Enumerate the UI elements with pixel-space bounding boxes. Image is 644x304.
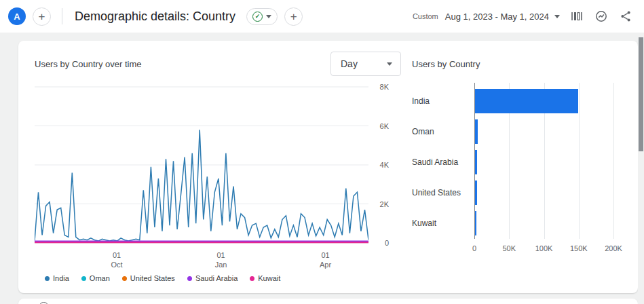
bar-x-axis-tick: 100K <box>532 244 556 252</box>
bar-gridline <box>579 83 580 239</box>
x-axis-tick: 01Jan <box>206 250 236 269</box>
scrollbar-thumb[interactable] <box>639 37 643 151</box>
bar-category-label: Kuwait <box>412 208 470 238</box>
bar-oman[interactable] <box>475 119 478 144</box>
bar-x-axis-tick: 200K <box>601 244 626 252</box>
date-range-type-label: Custom <box>413 12 438 20</box>
x-axis: 01Oct01Jan01Apr <box>35 250 368 271</box>
date-range-label: Aug 1, 2023 - May 1, 2024 <box>445 12 549 22</box>
legend-item-kuwait[interactable]: Kuwait <box>250 274 280 282</box>
report-content: Users by Country over time Day 02K4K6K8K… <box>0 33 638 304</box>
line-chart-title: Users by Country over time <box>35 59 142 69</box>
bar-category-label: India <box>412 86 470 116</box>
legend-item-oman[interactable]: Oman <box>81 274 110 282</box>
legend-item-united-states[interactable]: United States <box>122 274 175 282</box>
legend-label: Oman <box>90 274 110 282</box>
legend-label: Kuwait <box>258 274 280 282</box>
bar-category-label: United States <box>412 177 470 208</box>
chevron-down-icon <box>266 15 271 18</box>
line-chart-legend: IndiaOmanUnited StatesSaudi ArabiaKuwait <box>35 274 401 282</box>
users-over-time-line-chart[interactable]: 02K4K6K8K 01Oct01Jan01Apr <box>35 81 401 271</box>
y-axis-tick: 6K <box>373 122 389 130</box>
bar-chart-title: Users by Country <box>412 50 622 77</box>
add-comparison-button[interactable]: + <box>33 7 51 26</box>
line-chart-section: Users by Country over time Day 02K4K6K8K… <box>35 50 401 286</box>
users-by-country-card: Users by Country over time Day 02K4K6K8K… <box>18 41 638 293</box>
bar-kuwait[interactable] <box>475 211 476 235</box>
legend-dot <box>122 276 127 281</box>
legend-label: Saudi Arabia <box>195 274 238 282</box>
check-icon: ✓ <box>252 12 263 22</box>
avatar[interactable]: A <box>8 7 26 25</box>
x-axis-tick: 01Apr <box>311 250 341 269</box>
y-axis-tick: 2K <box>373 200 389 208</box>
granularity-select[interactable]: Day <box>330 52 401 76</box>
bar-x-axis-tick: 50K <box>497 244 521 252</box>
x-axis-tick: 01Oct <box>102 250 132 269</box>
share-icon[interactable] <box>618 9 633 24</box>
add-button[interactable]: + <box>284 7 303 26</box>
users-by-country-bar-chart[interactable]: 050K100K150K200KIndiaOmanSaudi ArabiaUni… <box>412 80 622 263</box>
bar-category-label: Saudi Arabia <box>412 147 470 177</box>
bar-united-states[interactable] <box>475 180 477 205</box>
legend-item-saudi-arabia[interactable]: Saudi Arabia <box>187 274 238 282</box>
legend-label: India <box>53 274 69 282</box>
bar-x-axis-tick: 150K <box>567 244 591 252</box>
legend-dot <box>81 276 86 281</box>
chevron-down-icon <box>387 62 392 66</box>
chevron-down-icon <box>554 15 560 18</box>
granularity-value: Day <box>341 58 358 69</box>
divider <box>62 8 62 24</box>
legend-label: United States <box>130 274 175 282</box>
line-series-india <box>35 130 368 241</box>
page-title: Demographic details: Country <box>75 10 235 24</box>
y-axis-tick: 4K <box>373 161 389 169</box>
date-range-selector[interactable]: Aug 1, 2023 - May 1, 2024 <box>445 12 560 22</box>
bar-india[interactable] <box>475 89 578 113</box>
next-card-partial <box>18 299 638 304</box>
legend-dot <box>250 276 254 281</box>
y-axis: 02K4K6K8K <box>373 81 390 247</box>
report-status-badge[interactable]: ✓ <box>246 8 278 25</box>
top-bar: A + Demographic details: Country ✓ + Cus… <box>0 0 644 33</box>
line-chart-canvas <box>35 81 368 247</box>
insights-icon[interactable] <box>594 9 609 24</box>
bar-saudi-arabia[interactable] <box>475 150 477 174</box>
y-axis-tick: 0 <box>373 239 389 247</box>
comparison-icon[interactable] <box>569 9 584 24</box>
bar-x-axis-tick: 0 <box>462 244 487 252</box>
bar-gridline <box>613 83 614 239</box>
bar-chart-section: Users by Country 050K100K150K200KIndiaOm… <box>408 50 622 286</box>
legend-item-india[interactable]: India <box>45 274 69 282</box>
y-axis-tick: 8K <box>373 83 389 91</box>
legend-dot <box>45 276 50 281</box>
legend-dot <box>187 276 192 281</box>
bar-category-label: Oman <box>412 116 470 147</box>
